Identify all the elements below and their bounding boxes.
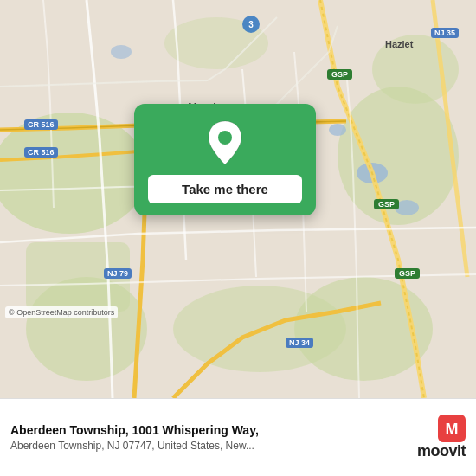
location-card: Take me there bbox=[134, 104, 316, 215]
svg-text:M: M bbox=[446, 421, 459, 438]
moovit-logo: M moovit bbox=[414, 415, 466, 460]
address-title: Aberdeen Township, 1001 Whispering Way, bbox=[10, 422, 405, 438]
svg-point-17 bbox=[218, 131, 232, 145]
map-container: 3 Aberdeen Hazlet CR 516 CR 516 NJ 79 NJ… bbox=[0, 0, 476, 398]
address-detail: Aberdeen Township, NJ 07747, United Stat… bbox=[10, 440, 405, 453]
moovit-label: moovit bbox=[417, 442, 466, 460]
map-attribution: © OpenStreetMap contributors bbox=[5, 306, 118, 318]
bottom-bar: Aberdeen Township, 1001 Whispering Way, … bbox=[0, 398, 476, 476]
location-pin-icon bbox=[206, 119, 244, 166]
svg-point-11 bbox=[329, 124, 346, 136]
svg-point-10 bbox=[395, 200, 419, 215]
address-info: Aberdeen Township, 1001 Whispering Way, … bbox=[10, 422, 414, 453]
svg-text:Hazlet: Hazlet bbox=[385, 39, 414, 49]
take-me-there-button[interactable]: Take me there bbox=[148, 175, 302, 203]
svg-point-12 bbox=[111, 45, 132, 59]
svg-text:3: 3 bbox=[248, 20, 254, 29]
svg-rect-7 bbox=[26, 242, 130, 312]
moovit-icon: M bbox=[438, 415, 466, 442]
